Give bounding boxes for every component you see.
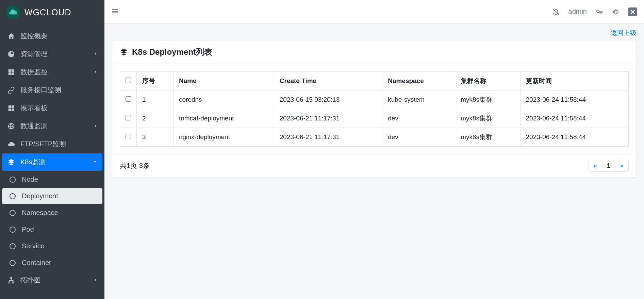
chevron-down-icon [93,158,98,166]
sidebar-subitem-label: Service [22,242,45,250]
circle-icon [10,193,16,199]
row-checkbox[interactable] [126,115,131,120]
content: 返回上级 K8s Deployment列表 序号 Name Create Tim… [104,24,644,299]
chevron-left-icon [93,276,98,284]
sidebar-item-label: K8s监测 [20,157,46,167]
brand-logo-icon [6,5,20,19]
table-header: Name [173,72,274,90]
sidebar-item-service-api[interactable]: 服务接口监测 [2,81,102,99]
circle-icon [10,227,16,233]
pagination-prev[interactable]: « [589,160,602,172]
globe-icon [7,122,16,131]
pagination-page-1[interactable]: 1 [602,160,615,172]
back-link[interactable]: 返回上级 [611,29,637,36]
cell-namespace: dev [382,128,455,147]
cell-name: tomcat-deployment [173,109,274,128]
sidebar-item-ftp[interactable]: FTP/SFTP监测 [2,135,102,153]
sidebar-item-label: 数据监控 [20,67,48,77]
card-header: K8s Deployment列表 [112,40,636,64]
sidebar-subitem-namespace[interactable]: Namespace [2,205,102,221]
table-header: Create Time [274,72,382,90]
sidebar-nav: 监控概要 资源管理 数据监控 服务接口监测 展示看板 [0,24,104,292]
brand[interactable]: WGCLOUD [0,0,104,24]
chevron-left-icon [93,122,98,130]
sidebar-item-display-board[interactable]: 展示看板 [2,99,102,117]
cell-create-time: 2023-06-21 11:17:31 [274,109,382,128]
cell-index: 1 [137,90,174,109]
sidebar-subitem-service[interactable]: Service [2,238,102,254]
cell-update-time: 2023-06-24 11:58:44 [520,128,628,147]
cell-update-time: 2023-06-24 11:58:44 [520,109,628,128]
deployment-table: 序号 Name Create Time Namespace 集群名称 更新时间 [120,71,629,147]
row-checkbox[interactable] [126,134,131,139]
select-all-checkbox[interactable] [126,78,131,83]
sidebar-subitem-label: Node [22,176,38,183]
card-footer: 共1页 3条 « 1 » [112,154,636,177]
cloud-icon [7,140,16,149]
sidebar-item-resources[interactable]: 资源管理 [2,45,102,63]
table-row: 1 coredns 2023-06-15 03:20:13 kube-syste… [120,90,629,109]
cell-namespace: kube-system [382,90,455,109]
layers-icon [120,48,128,56]
sidebar-subitem-pod[interactable]: Pod [2,221,102,237]
sidebar-item-k8s[interactable]: K8s监测 [2,153,102,171]
sidebar-item-label: 展示看板 [20,103,48,113]
sidebar-item-overview[interactable]: 监控概要 [2,27,102,45]
sidebar-item-label: 监控概要 [20,31,48,40]
sidebar-item-data-monitor[interactable]: 数据监控 [2,63,102,81]
home-icon [7,32,16,40]
cell-update-time: 2023-06-24 11:58:44 [520,90,628,109]
table-row: 2 tomcat-deployment 2023-06-21 11:17:31 … [120,109,629,128]
table-row: 3 nginx-deployment 2023-06-21 11:17:31 d… [120,128,629,147]
gear-icon[interactable] [612,8,620,16]
sidebar-subitem-label: Container [22,259,51,267]
sidebar-subitem-node[interactable]: Node [2,171,102,187]
brand-name: WGCLOUD [24,7,71,17]
sidebar-item-label: 数通监测 [20,121,48,131]
row-checkbox[interactable] [126,96,131,102]
sidebar-subitem-label: Deployment [22,192,58,200]
card-title: K8s Deployment列表 [132,47,212,57]
circle-icon [10,177,16,183]
layers-icon [7,158,16,167]
grid-icon [7,104,16,113]
card: K8s Deployment列表 序号 Name Create Time Nam… [112,40,637,178]
close-button[interactable] [628,7,637,16]
table-header: 集群名称 [455,72,520,90]
cell-cluster: myk8s集群 [455,109,520,128]
cell-create-time: 2023-06-21 11:17:31 [274,128,382,147]
pagination-next[interactable]: » [615,160,629,172]
cell-create-time: 2023-06-15 03:20:13 [274,90,382,109]
sidebar-item-label: 资源管理 [20,49,48,59]
key-icon[interactable] [596,8,603,16]
topbar: admin [104,0,644,24]
sitemap-icon [7,276,16,285]
sidebar-subitem-container[interactable]: Container [2,255,102,271]
cell-name: coredns [173,90,274,109]
circle-icon [10,260,16,266]
pagination-summary: 共1页 3条 [120,161,150,170]
main: admin 返回上级 K8s Deployment列表 [104,0,644,299]
grid-icon [7,68,16,77]
cell-name: nginx-deployment [173,128,274,147]
sidebar-subitem-deployment[interactable]: Deployment [2,188,102,204]
table-header: Namespace [382,72,455,90]
link-icon [7,86,16,95]
topbar-user-label[interactable]: admin [568,8,587,16]
cell-cluster: myk8s集群 [455,90,520,109]
chevron-left-icon [93,68,98,76]
sidebar-subitem-label: Namespace [22,209,58,217]
sidebar-item-label: 服务接口监测 [20,85,61,95]
cell-index: 3 [137,128,174,147]
table-header: 序号 [137,72,174,90]
chevron-left-icon [93,50,98,58]
sidebar-item-network-monitor[interactable]: 数通监测 [2,117,102,135]
notifications-off-icon[interactable] [552,8,560,16]
sidebar-subitem-label: Pod [22,226,34,233]
table-header-row: 序号 Name Create Time Namespace 集群名称 更新时间 [120,72,629,90]
circle-icon [10,243,16,249]
menu-toggle-button[interactable] [111,10,119,16]
sidebar-item-topology[interactable]: 拓扑图 [2,271,102,289]
cell-cluster: myk8s集群 [455,128,520,147]
sidebar-submenu-k8s: Node Deployment Namespace Pod Service Co… [2,171,102,271]
